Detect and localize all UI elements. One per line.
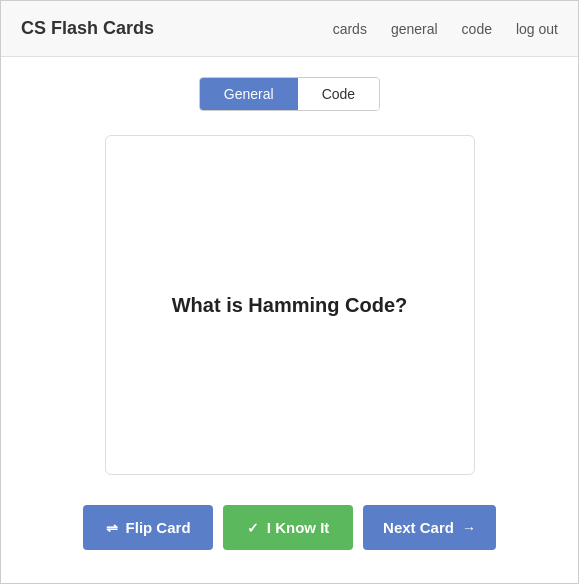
navbar: CS Flash Cards cards general code log ou… — [1, 1, 578, 57]
navbar-brand: CS Flash Cards — [21, 18, 154, 39]
tab-code[interactable]: Code — [298, 78, 379, 110]
tab-group: General Code — [199, 77, 380, 111]
main-content: General Code What is Hamming Code? ⇌ Fli… — [1, 57, 578, 583]
navbar-links: cards general code log out — [333, 21, 558, 37]
arrow-right-icon: → — [462, 520, 476, 536]
flip-icon: ⇌ — [106, 520, 118, 536]
check-icon: ✓ — [247, 520, 259, 536]
know-it-label: I Know It — [267, 519, 330, 536]
flashcard-text: What is Hamming Code? — [172, 294, 408, 317]
flip-card-button[interactable]: ⇌ Flip Card — [83, 505, 213, 550]
app-container: CS Flash Cards cards general code log ou… — [0, 0, 579, 584]
tab-general[interactable]: General — [200, 78, 298, 110]
next-card-button[interactable]: Next Card → — [363, 505, 496, 550]
nav-general[interactable]: general — [391, 21, 438, 37]
nav-cards[interactable]: cards — [333, 21, 367, 37]
know-it-button[interactable]: ✓ I Know It — [223, 505, 353, 550]
flashcard: What is Hamming Code? — [105, 135, 475, 475]
nav-code[interactable]: code — [462, 21, 492, 37]
flip-card-label: Flip Card — [126, 519, 191, 536]
action-buttons: ⇌ Flip Card ✓ I Know It Next Card → — [83, 505, 496, 550]
next-card-label: Next Card — [383, 519, 454, 536]
nav-logout[interactable]: log out — [516, 21, 558, 37]
